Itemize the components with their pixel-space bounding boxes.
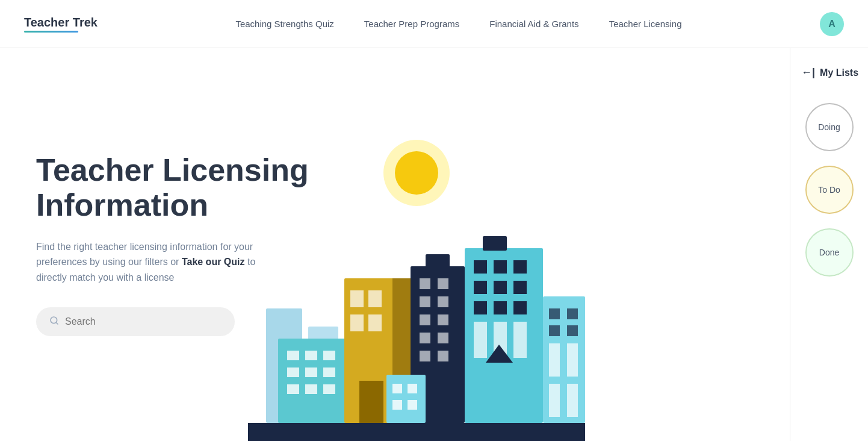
nav-link-prep[interactable]: Teacher Prep Programs — [364, 19, 459, 29]
hero-subtitle: Find the right teacher licensing informa… — [36, 239, 277, 286]
svg-rect-59 — [392, 384, 402, 393]
svg-rect-13 — [305, 384, 317, 394]
svg-rect-25 — [438, 278, 448, 289]
svg-rect-52 — [549, 325, 560, 336]
svg-rect-44 — [513, 301, 527, 314]
svg-rect-31 — [438, 333, 448, 343]
svg-rect-32 — [420, 351, 430, 361]
nav-links: Teaching Strengths Quiz Teacher Prep Pro… — [235, 19, 681, 29]
search-icon — [49, 316, 59, 328]
back-arrow-icon: ←| — [801, 66, 815, 79]
logo-underline — [24, 31, 78, 33]
svg-rect-62 — [408, 400, 417, 410]
svg-rect-26 — [420, 296, 430, 307]
svg-rect-23 — [426, 254, 450, 269]
search-bar — [36, 307, 235, 336]
left-content: Teacher Licensing Information Find the r… — [36, 153, 309, 336]
svg-rect-60 — [408, 384, 417, 393]
svg-rect-55 — [567, 343, 578, 377]
svg-rect-10 — [305, 367, 317, 377]
svg-rect-50 — [549, 308, 560, 319]
svg-rect-61 — [392, 400, 402, 410]
svg-rect-11 — [323, 367, 335, 377]
svg-rect-54 — [549, 343, 560, 377]
svg-rect-58 — [386, 375, 426, 423]
quiz-link[interactable]: Take our Quiz — [182, 257, 245, 267]
my-lists-label: My Lists — [820, 67, 858, 78]
avatar[interactable]: A — [820, 12, 844, 36]
svg-rect-20 — [368, 314, 382, 331]
nav-link-financial[interactable]: Financial Aid & Grants — [489, 19, 578, 29]
svg-rect-33 — [438, 351, 448, 361]
svg-rect-41 — [513, 281, 527, 294]
svg-rect-21 — [359, 381, 383, 423]
svg-rect-9 — [287, 367, 299, 377]
doing-button[interactable]: Doing — [805, 103, 854, 151]
svg-rect-28 — [420, 314, 430, 325]
svg-rect-39 — [474, 281, 487, 294]
svg-rect-45 — [474, 322, 487, 358]
svg-rect-7 — [305, 351, 317, 360]
svg-rect-35 — [483, 236, 507, 251]
svg-rect-57 — [567, 384, 578, 417]
logo-text: Teacher Trek — [24, 16, 98, 30]
svg-rect-36 — [474, 260, 487, 274]
nav-link-licensing[interactable]: Teacher Licensing — [609, 19, 682, 29]
done-button[interactable]: Done — [805, 228, 854, 277]
svg-rect-29 — [438, 314, 448, 325]
svg-rect-27 — [438, 296, 448, 307]
svg-rect-47 — [513, 322, 527, 358]
svg-line-1 — [56, 322, 58, 324]
hero-title: Teacher Licensing Information — [36, 153, 309, 222]
svg-rect-12 — [287, 384, 299, 394]
list-buttons: Doing To Do Done — [805, 103, 854, 277]
svg-rect-40 — [494, 281, 507, 294]
svg-rect-37 — [494, 260, 507, 274]
svg-rect-2 — [248, 423, 585, 441]
svg-rect-18 — [368, 290, 382, 307]
todo-button[interactable]: To Do — [805, 166, 854, 214]
logo[interactable]: Teacher Trek — [24, 16, 98, 33]
svg-rect-38 — [513, 260, 527, 274]
nav-link-quiz[interactable]: Teaching Strengths Quiz — [235, 19, 333, 29]
svg-rect-17 — [350, 290, 364, 307]
sidebar: ←| My Lists Doing To Do Done — [790, 48, 868, 441]
svg-rect-30 — [420, 333, 430, 343]
svg-rect-51 — [567, 308, 578, 319]
svg-rect-24 — [420, 278, 430, 289]
svg-rect-19 — [350, 314, 364, 331]
svg-rect-8 — [323, 351, 335, 360]
svg-rect-42 — [474, 301, 487, 314]
svg-rect-56 — [549, 384, 560, 417]
svg-rect-14 — [323, 384, 335, 394]
svg-rect-6 — [287, 351, 299, 360]
my-lists-header[interactable]: ←| My Lists — [796, 66, 862, 79]
search-input[interactable] — [65, 316, 222, 327]
svg-rect-43 — [494, 301, 507, 314]
svg-rect-53 — [567, 325, 578, 336]
